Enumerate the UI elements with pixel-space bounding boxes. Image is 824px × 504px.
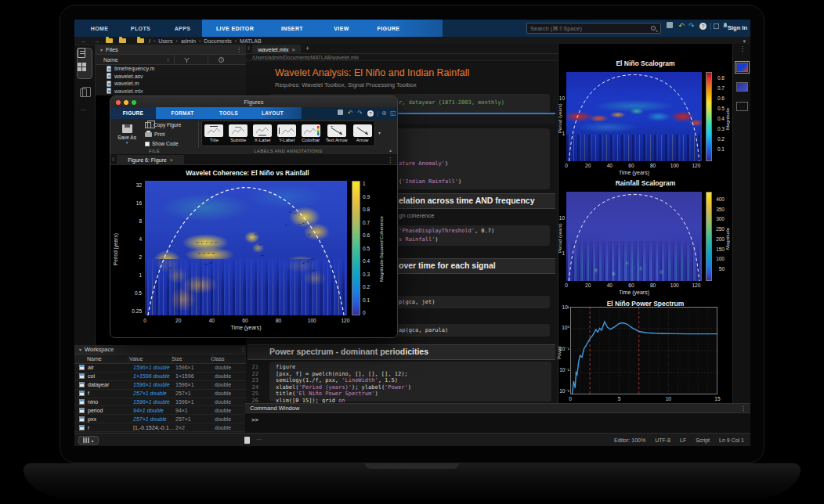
code-line[interactable]: [pxx, f] = pwelch(nino, [], [], [], 12); xyxy=(276,371,408,377)
file-name[interactable]: wavelet.mlx xyxy=(114,88,143,94)
workspace-row[interactable]: datayear1596×1 double1596×1double xyxy=(74,381,250,390)
add-arrow-button[interactable]: Arrow xyxy=(353,124,372,142)
files-menu-icon[interactable]: ⋮ xyxy=(237,46,243,53)
minimized-panel-button[interactable]: ▴ xyxy=(78,436,99,445)
print-button[interactable]: Print xyxy=(145,130,164,139)
close-window-icon[interactable] xyxy=(116,100,121,105)
dock-icon[interactable]: ◱ xyxy=(390,110,396,117)
tab-figure[interactable]: FIGURE xyxy=(369,20,408,37)
workspace-row[interactable]: nino1596×1 double1596×1double xyxy=(74,398,250,407)
redo-icon[interactable]: ↷ xyxy=(357,110,363,117)
tab-view[interactable]: VIEW xyxy=(325,20,358,37)
breadcrumb-documents[interactable]: Documents xyxy=(204,38,231,44)
breadcrumb[interactable]: /›Users›admin›Documents›MATLAB xyxy=(149,38,262,44)
group-by-icon[interactable] xyxy=(183,56,190,63)
add-ylabel-button[interactable]: Y-Label xyxy=(277,124,296,142)
thumbnail-fig3[interactable] xyxy=(736,102,748,111)
rail-more-icon[interactable]: ⋯ xyxy=(80,106,86,113)
minimize-window-icon[interactable] xyxy=(124,100,128,105)
status-more-icon[interactable]: ⋯ xyxy=(256,437,262,443)
new-tab-icon[interactable]: + xyxy=(305,45,309,52)
back-icon[interactable]: ← xyxy=(81,38,87,45)
figtab-menu-icon[interactable]: ⋮ xyxy=(387,157,393,164)
add-colorbar-button[interactable]: Colorbar xyxy=(302,124,320,142)
figwin-tab-format[interactable]: FORMAT xyxy=(162,107,203,119)
add-text-arrow-button[interactable]: TText Arrow xyxy=(326,124,348,142)
global-search[interactable] xyxy=(526,23,661,34)
file-row[interactable]: wavelet.asv xyxy=(96,73,246,81)
figure6-tab[interactable]: Figure 6: Figure× xyxy=(117,155,184,165)
workspace-row[interactable]: f257×1 double257×1double xyxy=(74,390,250,398)
breadcrumb-root[interactable]: / xyxy=(149,38,150,44)
tab-insert[interactable]: INSERT xyxy=(273,20,312,37)
add-title-button[interactable]: Title xyxy=(204,124,223,142)
tab-live-editor[interactable]: LIVE EDITOR xyxy=(207,20,263,37)
file-row[interactable]: timefrequency.m xyxy=(96,65,246,73)
save-as-button[interactable]: Save As▾ xyxy=(114,121,140,149)
code-line[interactable]: xlabel('Period (years)'); ylabel('Power'… xyxy=(276,384,411,391)
file-name[interactable]: wavelet.m xyxy=(114,81,139,86)
add-xlabel-button[interactable]: X-Label xyxy=(253,124,272,142)
file-browser-icon[interactable] xyxy=(78,48,85,58)
search-input[interactable] xyxy=(527,25,651,32)
close-tab-icon[interactable]: × xyxy=(291,46,295,53)
figures-window-titlebar[interactable]: Figures xyxy=(110,96,397,107)
undo-icon[interactable]: ↶ xyxy=(678,22,685,30)
up-folder-icon[interactable] xyxy=(119,38,126,43)
show-code-checkbox[interactable]: Show Code xyxy=(145,139,179,148)
tab-apps[interactable]: APPS xyxy=(167,20,198,37)
command-window-header[interactable]: Command Window ⋮ xyxy=(245,403,750,413)
breadcrumb-users[interactable]: Users xyxy=(158,38,172,44)
tab-home[interactable]: HOME xyxy=(84,20,115,37)
thumbnail-fig1[interactable] xyxy=(736,63,748,72)
help-icon[interactable]: ? xyxy=(367,110,374,117)
forward-icon[interactable]: → xyxy=(93,38,99,45)
editor-tab-wavelet[interactable]: wavelet.mlx× xyxy=(252,45,301,54)
collapse-files-icon[interactable]: ▾ xyxy=(100,47,103,52)
compare-files-icon[interactable] xyxy=(80,88,87,97)
file-row[interactable]: wavelet.mlx xyxy=(96,88,246,95)
redo-icon[interactable]: ↷ xyxy=(688,22,695,30)
document-status-icon[interactable] xyxy=(244,437,250,444)
figwin-tab-layout[interactable]: LAYOUT xyxy=(253,107,292,119)
command-window[interactable]: >> xyxy=(245,413,750,433)
figwin-tab-figure[interactable]: FIGURE xyxy=(110,107,156,119)
layout-grid-icon[interactable] xyxy=(78,63,86,71)
file-row[interactable]: wavelet.m xyxy=(96,80,246,88)
new-folder-icon[interactable] xyxy=(106,38,113,43)
breadcrumb-admin[interactable]: admin xyxy=(181,38,196,44)
info-column-icon[interactable]: i xyxy=(219,57,224,63)
community-icon[interactable] xyxy=(714,23,719,29)
file-name[interactable]: wavelet.asv xyxy=(114,74,143,79)
drag-handle-icon[interactable]: ‖ xyxy=(248,45,250,51)
panel-menu-icon[interactable]: ⋮ xyxy=(739,45,746,52)
settings-icon[interactable]: ⊕ xyxy=(381,110,387,117)
workspace-row[interactable]: air1596×1 double1596×1double xyxy=(74,364,250,373)
workspace-row[interactable]: coi1×1596 double1×1596double xyxy=(74,373,250,381)
drag-handle-icon[interactable]: ‖ xyxy=(112,157,114,162)
command-window-menu-icon[interactable]: ⋮ xyxy=(741,405,747,412)
files-panel-header[interactable]: ▾ Files ⋮ xyxy=(96,45,246,55)
workspace-row[interactable]: period94×1 double94×1double xyxy=(74,406,250,415)
gallery-expand-icon[interactable]: ▾ xyxy=(378,130,381,135)
tab-plots[interactable]: PLOTS xyxy=(123,20,158,37)
add-subtitle-button[interactable]: Subtitle xyxy=(229,124,248,142)
code-line[interactable]: title('El Niño Power Spectrum') xyxy=(276,391,378,397)
code-line[interactable]: xlim([0 15]); grid on xyxy=(276,398,345,404)
zoom-window-icon[interactable] xyxy=(132,100,136,105)
save-icon[interactable] xyxy=(667,22,673,30)
figwin-tab-tools[interactable]: TOOLS xyxy=(211,107,247,119)
close-tab-icon[interactable]: × xyxy=(170,157,173,163)
save-icon[interactable] xyxy=(338,110,343,117)
workspace-row[interactable]: r[1,-0.1524;-0.1…2×2double xyxy=(74,423,250,432)
undo-icon[interactable]: ↶ xyxy=(348,110,353,117)
sign-in-link[interactable]: Sign In xyxy=(728,24,747,31)
files-col-name[interactable]: Name xyxy=(103,57,118,63)
copy-figure-button[interactable]: Copy Figure xyxy=(145,121,181,129)
workspace-header[interactable]: ▾ Workspace ⋮ xyxy=(74,345,250,355)
code-line[interactable]: semilogy(1./f, pxx, 'LineWidth', 1.5) xyxy=(276,377,398,383)
figures-window[interactable]: Figures FIGURE FORMAT TOOLS LAYOUT ↶ ↷ ?… xyxy=(110,95,398,338)
sort-ascending-icon[interactable]: ↑ xyxy=(167,57,170,63)
workspace-row[interactable]: pxx257×1 double257×1double xyxy=(74,415,250,423)
collapse-workspace-icon[interactable]: ▾ xyxy=(79,347,81,352)
